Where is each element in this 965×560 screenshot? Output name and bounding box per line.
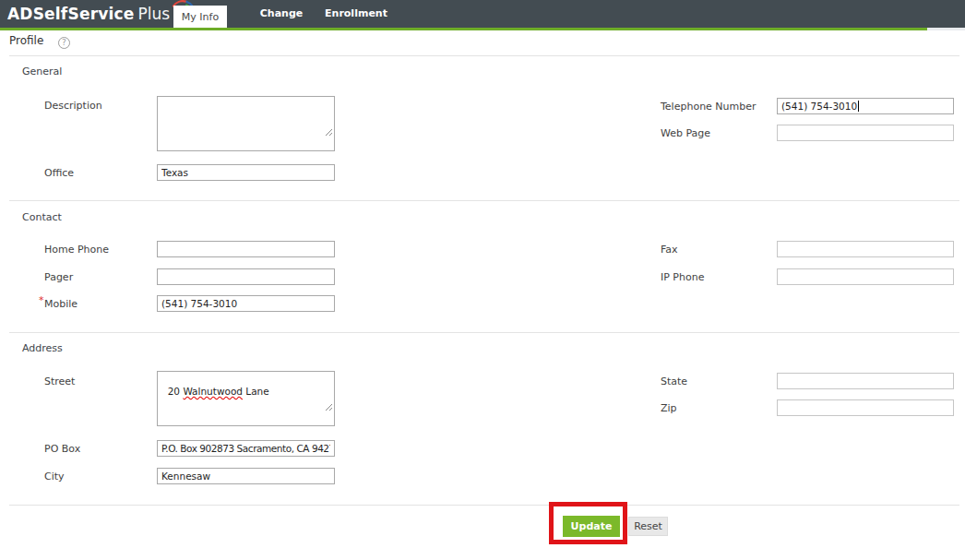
- brand-name-secondary: Plus: [138, 5, 171, 23]
- office-input[interactable]: [157, 164, 335, 181]
- tab-enrollment-label: Enrollment: [325, 7, 387, 19]
- brand-name-primary: ADSelfService: [7, 5, 135, 23]
- section-heading-contact: Contact: [22, 211, 62, 223]
- telephone-number-input[interactable]: (541) 754-3010: [777, 98, 954, 114]
- po-box-input[interactable]: [157, 440, 335, 457]
- tab-my-info[interactable]: My Info: [173, 6, 227, 28]
- tab-change-password[interactable]: Change Password: [235, 0, 328, 28]
- fax-label: Fax: [661, 244, 678, 256]
- text-cursor: [858, 101, 859, 112]
- web-page-label: Web Page: [661, 127, 710, 139]
- city-input[interactable]: [157, 468, 335, 484]
- office-label: Office: [44, 167, 74, 179]
- street-value-misspelled-word: Walnutwood: [183, 386, 243, 397]
- page-title: Profile: [9, 34, 43, 47]
- zip-label: Zip: [661, 402, 677, 414]
- resize-grip-icon[interactable]: [313, 391, 333, 424]
- fax-input[interactable]: [777, 241, 954, 257]
- telephone-number-value: (541) 754-3010: [781, 101, 857, 112]
- ip-phone-label: IP Phone: [661, 271, 704, 283]
- street-value-suffix: Lane: [243, 386, 269, 397]
- web-page-input[interactable]: [777, 125, 954, 141]
- description-textarea[interactable]: [157, 96, 335, 151]
- home-phone-input[interactable]: [157, 241, 335, 257]
- divider: [9, 332, 959, 333]
- divider: [9, 55, 959, 56]
- state-label: State: [661, 375, 687, 387]
- po-box-label: PO Box: [44, 443, 80, 455]
- app-logo: ADSelfService Plus: [7, 0, 196, 28]
- header-accent-bar-stub: [927, 28, 965, 30]
- section-heading-general: General: [22, 66, 62, 77]
- street-value-prefix: 20: [168, 386, 184, 397]
- street-label: Street: [44, 375, 75, 387]
- mobile-label: Mobile: [44, 298, 77, 310]
- section-heading-address: Address: [22, 342, 63, 354]
- pager-label: Pager: [44, 271, 73, 283]
- street-textarea[interactable]: 20 Walnutwood Lane: [157, 371, 335, 426]
- zip-input[interactable]: [777, 399, 954, 416]
- ip-phone-input[interactable]: [777, 268, 954, 285]
- home-phone-label: Home Phone: [44, 244, 109, 256]
- app-header: ADSelfService Plus My Info Change Passwo…: [0, 0, 965, 28]
- update-button[interactable]: Update: [563, 516, 620, 537]
- tab-enrollment[interactable]: Enrollment: [320, 0, 392, 28]
- divider: [9, 200, 959, 201]
- city-label: City: [44, 471, 65, 483]
- reset-button[interactable]: Reset: [628, 517, 668, 536]
- mobile-required-asterisk: *: [39, 294, 44, 306]
- mobile-input[interactable]: [157, 295, 335, 312]
- divider: [9, 505, 959, 506]
- resize-grip-icon[interactable]: [313, 116, 333, 149]
- state-input[interactable]: [777, 373, 954, 389]
- pager-input[interactable]: [157, 268, 335, 285]
- header-accent-bar: [0, 28, 927, 30]
- description-label: Description: [44, 100, 102, 112]
- tab-my-info-label: My Info: [182, 11, 219, 23]
- help-icon[interactable]: ?: [58, 37, 70, 49]
- telephone-number-label: Telephone Number: [661, 101, 757, 113]
